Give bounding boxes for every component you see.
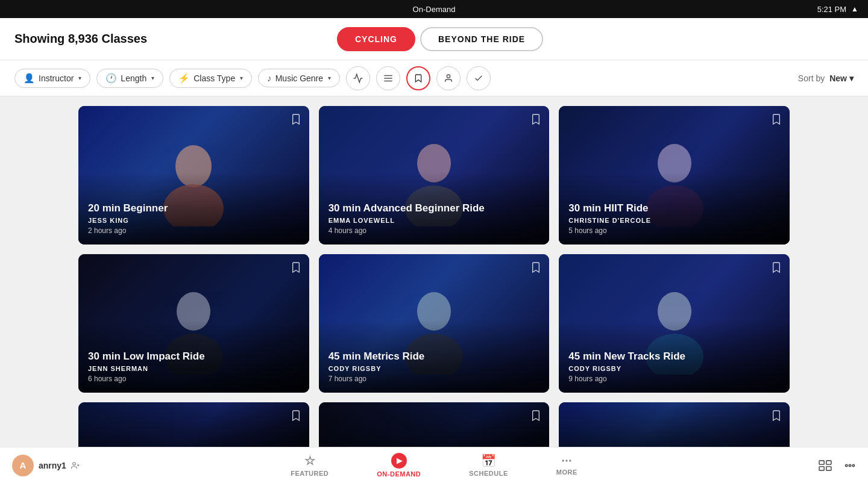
card-time: 4 hours ago bbox=[329, 226, 485, 235]
nav-label-schedule: SCHEDULE bbox=[469, 470, 508, 477]
card-title: 30 min Advanced Beginner Ride bbox=[329, 202, 485, 214]
bottom-nav: A anrny1 ☆ FEATURED ▶ ON-DEMAND 📅 SCHEDU… bbox=[0, 447, 868, 483]
chevron-down-icon: ▾ bbox=[849, 73, 854, 83]
nav-item-featured[interactable]: ☆ FEATURED bbox=[266, 453, 353, 477]
avatar: A bbox=[12, 455, 34, 476]
wifi-icon: ▲ bbox=[851, 5, 858, 13]
bookmark-icon[interactable] bbox=[291, 410, 301, 425]
sort-select[interactable]: New ▾ bbox=[829, 73, 854, 83]
svg-rect-24 bbox=[819, 466, 824, 470]
class-grid: 20 min Beginner JESS KING 2 hours ago 30… bbox=[0, 96, 868, 472]
person-filter-btn[interactable] bbox=[436, 66, 461, 90]
svg-point-28 bbox=[852, 464, 854, 466]
top-bar: On-Demand 5:21 PM ▲ bbox=[0, 0, 868, 18]
svg-point-20 bbox=[570, 460, 571, 461]
class-card[interactable]: 30 min Low Impact Ride JENN SHERMAN 6 ho… bbox=[78, 254, 309, 393]
class-card[interactable]: 30 min Advanced Beginner Ride EMMA LOVEW… bbox=[319, 106, 550, 245]
bookmark-filter-btn[interactable] bbox=[406, 66, 430, 90]
card-info: 45 min New Tracks Ride CODY RIGSBY 9 hou… bbox=[568, 351, 685, 383]
card-instructor: CHRISTINE D'ERCOLE bbox=[568, 217, 651, 224]
card-info: 30 min Low Impact Ride JENN SHERMAN 6 ho… bbox=[88, 351, 205, 383]
nav-items: ☆ FEATURED ▶ ON-DEMAND 📅 SCHEDULE MORE bbox=[108, 453, 760, 478]
length-filter[interactable]: 🕐 Length ▾ bbox=[96, 69, 163, 88]
chevron-down-icon: ▾ bbox=[151, 75, 154, 81]
more-icon bbox=[561, 455, 573, 467]
music-genre-filter[interactable]: ♪ Music Genre ▾ bbox=[258, 69, 340, 87]
card-time: 9 hours ago bbox=[568, 375, 685, 383]
music-icon: ♪ bbox=[267, 73, 272, 83]
card-instructor: JENN SHERMAN bbox=[88, 365, 205, 372]
bookmark-icon[interactable] bbox=[772, 113, 781, 128]
card-instructor: JESS KING bbox=[88, 217, 168, 224]
svg-point-21 bbox=[563, 460, 564, 461]
svg-point-26 bbox=[846, 464, 848, 466]
svg-point-19 bbox=[566, 460, 567, 461]
card-time: 6 hours ago bbox=[88, 375, 205, 383]
instructor-filter[interactable]: 👤 Instructor ▾ bbox=[14, 69, 90, 88]
nav-label-more: MORE bbox=[556, 469, 577, 476]
card-instructor: CODY RIGSBY bbox=[568, 365, 685, 372]
nav-item-more[interactable]: MORE bbox=[532, 455, 602, 476]
featured-icon: ☆ bbox=[304, 453, 316, 468]
chevron-down-icon: ▾ bbox=[78, 75, 81, 81]
sort-value: New bbox=[829, 73, 847, 83]
schedule-icon: 📅 bbox=[481, 453, 497, 468]
filter-bar: 👤 Instructor ▾ 🕐 Length ▾ ⚡ Class Type ▾… bbox=[0, 60, 868, 96]
nav-item-on-demand[interactable]: ▶ ON-DEMAND bbox=[353, 453, 445, 478]
bookmark-icon[interactable] bbox=[772, 410, 781, 425]
check-filter-btn[interactable] bbox=[467, 66, 491, 90]
stack-filter-btn[interactable] bbox=[376, 66, 400, 90]
card-title: 30 min Low Impact Ride bbox=[88, 351, 205, 363]
time-display: 5:21 PM bbox=[817, 5, 846, 14]
tab-buttons: CYCLING BEYOND THE RIDE bbox=[337, 27, 543, 51]
on-demand-icon: ▶ bbox=[391, 453, 407, 469]
sub-header: Showing 8,936 Classes CYCLING BEYOND THE… bbox=[0, 18, 868, 60]
card-info: 30 min HIIT Ride CHRISTINE D'ERCOLE 5 ho… bbox=[568, 202, 651, 235]
person-icon: 👤 bbox=[24, 73, 35, 84]
classes-count: Showing 8,936 Classes bbox=[14, 32, 147, 46]
chevron-down-icon: ▾ bbox=[240, 75, 243, 81]
class-card[interactable]: 45 min Metrics Ride CODY RIGSBY 7 hours … bbox=[319, 254, 550, 393]
class-type-filter[interactable]: ⚡ Class Type ▾ bbox=[169, 69, 252, 88]
svg-point-27 bbox=[849, 464, 851, 466]
tab-beyond-the-ride[interactable]: BEYOND THE RIDE bbox=[420, 27, 543, 51]
class-card[interactable]: 30 min HIIT Ride CHRISTINE D'ERCOLE 5 ho… bbox=[559, 106, 790, 245]
card-title: 45 min New Tracks Ride bbox=[568, 351, 685, 363]
bookmark-icon[interactable] bbox=[291, 261, 301, 276]
class-icon: ⚡ bbox=[178, 73, 190, 84]
sort-label: Sort by bbox=[798, 73, 825, 83]
bookmark-icon[interactable] bbox=[531, 410, 541, 425]
svg-point-16 bbox=[73, 462, 76, 465]
card-instructor: CODY RIGSBY bbox=[329, 365, 425, 372]
person-add-icon[interactable] bbox=[71, 461, 80, 470]
card-time: 5 hours ago bbox=[568, 226, 651, 235]
bookmark-icon[interactable] bbox=[531, 261, 541, 276]
card-info: 30 min Advanced Beginner Ride EMMA LOVEW… bbox=[329, 202, 485, 235]
card-info: 45 min Metrics Ride CODY RIGSBY 7 hours … bbox=[329, 351, 425, 383]
nav-right-controls bbox=[760, 460, 868, 472]
more-dots-icon[interactable] bbox=[844, 460, 856, 472]
nav-label-featured: FEATURED bbox=[291, 470, 329, 477]
svg-rect-22 bbox=[819, 460, 824, 464]
username-label: anrny1 bbox=[39, 461, 66, 470]
card-time: 2 hours ago bbox=[88, 226, 168, 235]
card-time: 7 hours ago bbox=[329, 375, 425, 383]
bookmark-icon[interactable] bbox=[291, 113, 301, 128]
bookmark-icon[interactable] bbox=[531, 113, 541, 128]
sort-area: Sort by New ▾ bbox=[798, 73, 854, 83]
card-info: 20 min Beginner JESS KING 2 hours ago bbox=[88, 202, 168, 235]
class-card[interactable]: 45 min New Tracks Ride CODY RIGSBY 9 hou… bbox=[559, 254, 790, 393]
page-title: On-Demand bbox=[413, 5, 456, 14]
difficulty-filter-btn[interactable] bbox=[346, 66, 370, 90]
card-instructor: EMMA LOVEWELL bbox=[329, 217, 485, 224]
nav-item-schedule[interactable]: 📅 SCHEDULE bbox=[445, 453, 532, 477]
card-title: 20 min Beginner bbox=[88, 202, 168, 214]
chevron-down-icon: ▾ bbox=[328, 75, 331, 81]
tab-cycling[interactable]: CYCLING bbox=[337, 27, 415, 51]
class-card[interactable]: 20 min Beginner JESS KING 2 hours ago bbox=[78, 106, 309, 245]
grid-view-icon[interactable] bbox=[819, 460, 832, 471]
svg-rect-25 bbox=[826, 466, 831, 470]
bookmark-icon[interactable] bbox=[772, 261, 781, 276]
svg-point-3 bbox=[447, 75, 450, 78]
card-title: 45 min Metrics Ride bbox=[329, 351, 425, 363]
